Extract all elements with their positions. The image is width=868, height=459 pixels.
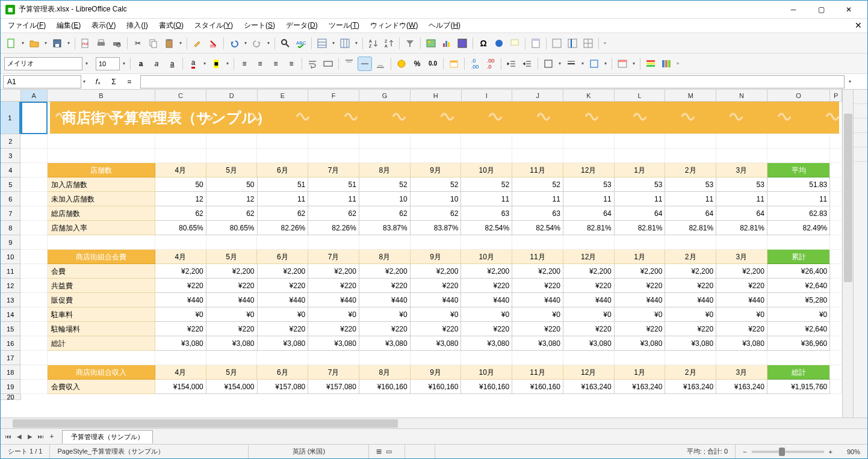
cell[interactable] (563, 149, 615, 163)
valign-bottom-icon[interactable] (373, 57, 388, 71)
data-cell[interactable]: ¥154,000 (206, 380, 258, 394)
col-header[interactable]: P (830, 90, 842, 102)
data-cell[interactable]: 11 (512, 192, 563, 206)
summary-cell[interactable]: ¥36,960 (767, 336, 830, 351)
cell-a1[interactable] (21, 102, 48, 134)
data-cell[interactable]: 11 (308, 192, 359, 206)
tab-next-icon[interactable]: ▶ (25, 431, 36, 443)
selection-mode-icon[interactable]: ▭ (386, 448, 392, 455)
data-cell[interactable]: ¥220 (716, 322, 767, 336)
data-cell[interactable]: ¥440 (512, 293, 563, 307)
cell[interactable] (20, 322, 47, 336)
col-header[interactable]: E (258, 90, 309, 102)
valign-middle-icon[interactable] (358, 57, 372, 71)
cell[interactable] (563, 235, 615, 250)
status-pagestyle[interactable]: PageStyle_予算管理表（サンプル） (50, 445, 249, 458)
data-cell[interactable]: ¥163,240 (716, 380, 767, 394)
month-header[interactable]: 3月 (716, 250, 767, 264)
dropdown-icon[interactable]: ▾ (225, 61, 231, 66)
month-header[interactable]: 9月 (411, 250, 462, 264)
cell[interactable] (665, 134, 716, 149)
month-header[interactable]: 7月 (308, 163, 359, 177)
dropdown-icon[interactable]: ▾ (603, 61, 609, 66)
summary-cell[interactable]: ¥5,280 (767, 293, 830, 307)
month-header[interactable]: 1月 (615, 365, 666, 380)
cell[interactable] (48, 235, 155, 250)
data-cell[interactable]: ¥220 (461, 279, 512, 293)
clear-format-icon[interactable] (206, 36, 220, 51)
border-style-icon[interactable] (564, 57, 578, 71)
dropdown-icon[interactable]: ▾ (121, 61, 127, 66)
data-cell[interactable]: 62 (308, 206, 359, 221)
date-icon[interactable] (447, 57, 461, 71)
close-doc-icon[interactable]: ✕ (855, 20, 862, 30)
cell[interactable] (20, 221, 47, 235)
data-cell[interactable]: 62 (258, 206, 309, 221)
data-cell[interactable]: ¥157,080 (308, 380, 359, 394)
data-cell[interactable]: ¥440 (615, 293, 666, 307)
col-header[interactable]: D (206, 90, 258, 102)
cell[interactable] (512, 149, 563, 163)
row-label[interactable]: 加入店舗数 (48, 177, 155, 192)
row-header[interactable]: 19 (1, 380, 20, 394)
col-header[interactable]: G (359, 90, 411, 102)
cell[interactable] (48, 351, 155, 365)
insert-image-icon[interactable] (424, 36, 438, 51)
maximize-button[interactable]: ▢ (807, 1, 835, 19)
cell[interactable] (830, 264, 842, 279)
number-icon[interactable]: 0.0 (426, 57, 440, 71)
dropdown-icon[interactable]: ▾ (243, 40, 249, 46)
cell[interactable] (563, 134, 615, 149)
cell[interactable] (20, 206, 47, 221)
menu-item[interactable]: 表示(V) (87, 19, 120, 32)
align-left-icon[interactable]: ≡ (237, 57, 252, 71)
row-header[interactable]: 14 (1, 307, 20, 322)
col-header[interactable]: B (48, 90, 155, 102)
cell[interactable] (20, 134, 47, 149)
align-center-icon[interactable]: ≡ (253, 57, 267, 71)
cell[interactable] (155, 149, 206, 163)
cell[interactable] (308, 235, 359, 250)
data-cell[interactable]: ¥3,080 (716, 336, 767, 351)
cell[interactable] (665, 351, 716, 365)
cell[interactable] (461, 235, 512, 250)
cell[interactable] (308, 134, 359, 149)
month-header[interactable]: 4月 (155, 250, 206, 264)
data-cell[interactable]: ¥2,200 (716, 264, 767, 279)
data-cell[interactable]: ¥220 (308, 279, 359, 293)
month-header[interactable]: 10月 (461, 365, 512, 380)
data-cell[interactable]: ¥2,200 (461, 264, 512, 279)
row-header[interactable]: 6 (1, 192, 20, 206)
cell[interactable] (830, 206, 842, 221)
month-header[interactable]: 3月 (716, 163, 767, 177)
data-cell[interactable]: 51 (258, 177, 309, 192)
data-cell[interactable]: 62 (411, 206, 462, 221)
font-size-input[interactable] (96, 57, 120, 70)
grid[interactable]: ABCDEFGHIJKLMNOP1商店街 予算管理表（サンプル）234店舗数4月… (1, 90, 842, 417)
data-cell[interactable]: 50 (155, 177, 206, 192)
bold-icon[interactable]: a (134, 57, 148, 71)
border-color-icon[interactable] (587, 57, 601, 71)
col-header[interactable]: C (155, 90, 206, 102)
cell[interactable] (512, 351, 563, 365)
data-cell[interactable]: ¥220 (615, 322, 666, 336)
font-color-icon[interactable]: a (186, 57, 200, 71)
comment-icon[interactable] (507, 36, 522, 51)
data-cell[interactable]: 62 (359, 206, 411, 221)
select-all-corner[interactable] (1, 90, 21, 102)
month-header[interactable]: 2月 (665, 365, 716, 380)
add-decimal-icon[interactable]: .0.00 (468, 57, 482, 71)
row-label[interactable]: 会費 (48, 264, 155, 279)
cell[interactable] (206, 134, 258, 149)
tab-last-icon[interactable]: ⏭ (36, 431, 46, 443)
summary-cell[interactable]: 62.83 (767, 206, 830, 221)
summary-cell[interactable]: 51.83 (767, 177, 830, 192)
data-cell[interactable]: ¥220 (512, 322, 563, 336)
cell[interactable] (411, 351, 462, 365)
data-cell[interactable]: ¥0 (308, 307, 359, 322)
data-cell[interactable]: 82.54% (512, 221, 563, 235)
cell[interactable] (716, 235, 767, 250)
sidebar-gallery-icon[interactable] (854, 119, 867, 133)
data-cell[interactable]: 83.87% (359, 221, 411, 235)
data-cell[interactable]: 80.65% (155, 221, 206, 235)
